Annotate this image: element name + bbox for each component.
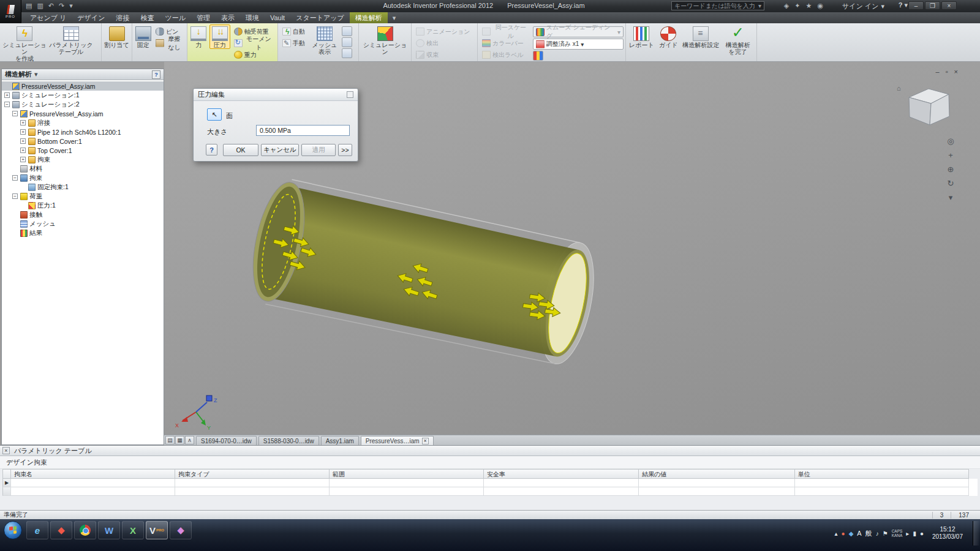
gravity-load-button[interactable]: 重力 — [232, 49, 276, 61]
search-input[interactable]: キーワードまたは語句を入力 ▾ — [671, 1, 764, 10]
minimize-button[interactable]: – — [908, 1, 924, 10]
tree-item[interactable]: −荷重 — [2, 192, 164, 201]
simulate-button[interactable]: シミュレーション — [361, 24, 409, 56]
color-bar-button[interactable]: カラーバー — [480, 37, 532, 49]
finish-analysis-button[interactable]: 構造解析 を完了 — [721, 24, 755, 56]
parametric-table-button[interactable]: パラメトリック テーブル — [48, 24, 94, 56]
tree-item[interactable]: 接触 — [2, 210, 164, 219]
ribbon-tab[interactable]: アセンブ リ — [24, 12, 72, 23]
volume-icon[interactable]: ▮ — [913, 530, 916, 537]
qat-dropdown-icon[interactable]: ▾ — [69, 2, 73, 10]
taskbar-clock[interactable]: 15:12 2013/03/07 — [927, 526, 968, 541]
ribbon-tab[interactable]: デザイン — [72, 12, 110, 23]
show-desktop-button[interactable] — [973, 521, 979, 545]
tree-expand-icon[interactable]: + — [20, 129, 26, 135]
table-cell[interactable] — [639, 479, 795, 487]
analysis-settings-button[interactable]: 構造解析設定 — [682, 24, 720, 49]
mesh-table-icon[interactable] — [342, 48, 352, 58]
animation-button[interactable]: アニメーション — [413, 26, 472, 37]
table-cell[interactable] — [11, 479, 175, 487]
save-icon[interactable]: ▥ — [37, 2, 43, 10]
redo-icon[interactable]: ↷ — [59, 2, 64, 10]
tree-item[interactable]: PressureVessel_Assy.iam — [2, 81, 164, 91]
home-icon[interactable]: ⌂ — [897, 84, 901, 92]
doc-close-icon[interactable]: × — [954, 68, 958, 75]
document-tab[interactable]: S1694-070-0…idw — [196, 436, 257, 445]
ribbon-tab[interactable]: 検査 — [135, 12, 159, 23]
frictionless-constraint-button[interactable]: 摩擦なし — [153, 37, 185, 49]
same-scale-button[interactable]: 同一スケール — [480, 26, 532, 37]
tree-expand-icon[interactable]: − — [12, 175, 18, 181]
expand-panel-icon[interactable]: ∧ — [185, 436, 194, 444]
tree-item[interactable]: 圧力:1 — [2, 201, 164, 210]
tree-expand-icon[interactable]: + — [20, 120, 26, 126]
taskbar-app-7[interactable]: ◆ — [170, 521, 192, 539]
tree-item[interactable]: +Pipe 12 inch Sch40s L1200:1 — [2, 127, 164, 137]
guide-button[interactable]: ガイド — [657, 24, 680, 49]
tree-item[interactable]: −シミュレーション:2 — [2, 100, 164, 109]
face-select-button[interactable]: ↖ — [207, 108, 222, 121]
tree-item[interactable]: −拘束 — [2, 173, 164, 182]
tree-expand-icon[interactable]: − — [12, 111, 18, 116]
tree-item[interactable]: メッシュ — [2, 219, 164, 228]
table-cell[interactable] — [795, 487, 969, 496]
close-panel-icon[interactable]: × — [2, 447, 10, 454]
manual-contact-button[interactable]: 手動 — [280, 37, 307, 49]
table-cell[interactable] — [639, 487, 795, 496]
create-simulation-button[interactable]: シミュレーション を作成 — [2, 24, 47, 62]
start-button[interactable] — [4, 521, 22, 539]
tree-expand-icon[interactable]: − — [4, 102, 10, 107]
local-mesh-icon[interactable] — [342, 37, 352, 47]
cancel-button[interactable]: キャンセル — [261, 144, 299, 156]
probe-labels-button[interactable]: 検出ラベル — [480, 49, 532, 61]
steering-wheel-icon[interactable]: ◎ — [946, 137, 956, 146]
table-cell[interactable] — [175, 479, 330, 487]
tree-expand-icon[interactable]: + — [20, 157, 26, 162]
tree-expand-icon[interactable]: + — [4, 92, 10, 98]
ribbon-display-toggle-icon[interactable]: ▾ — [388, 12, 401, 23]
ok-button[interactable]: OK — [223, 144, 258, 156]
tree-expand-icon[interactable]: + — [20, 138, 26, 144]
restore-button[interactable]: ❐ — [925, 1, 940, 10]
pressure-vessel-model[interactable] — [243, 175, 603, 370]
search-dropdown-icon[interactable]: ▾ — [758, 2, 761, 9]
ribbon-tab[interactable]: 環境 — [240, 12, 265, 23]
view-cube[interactable]: ⌂ — [897, 84, 949, 125]
assign-material-button[interactable]: 割り当て — [104, 24, 130, 49]
apply-button[interactable]: 適用 — [301, 144, 336, 156]
tray-tool-icon[interactable]: ♪ — [876, 530, 879, 537]
column-header[interactable]: 範囲 — [330, 469, 484, 479]
zoom-icon[interactable]: ⊕ — [946, 165, 956, 174]
minmax-display-icon[interactable] — [533, 51, 543, 61]
table-row[interactable] — [2, 487, 978, 496]
column-header[interactable]: 結果の値 — [639, 469, 795, 479]
tree-item[interactable]: +溶接 — [2, 118, 164, 127]
table-cell[interactable] — [484, 487, 639, 496]
tray-flag-icon[interactable]: ⚑ — [883, 530, 888, 537]
taskbar-app-2[interactable]: ◆ — [50, 521, 72, 539]
column-header[interactable]: 拘束名 — [11, 469, 175, 479]
model-view-icon[interactable]: ▤ — [165, 436, 175, 444]
doc-minimize-icon[interactable]: – — [936, 68, 940, 75]
column-header[interactable]: 拘束タイプ — [175, 469, 330, 479]
ime-language-indicator[interactable]: A — [857, 530, 861, 537]
tree-expand-icon[interactable]: + — [20, 148, 26, 153]
close-button[interactable]: × — [941, 1, 957, 10]
ribbon-tab[interactable]: Vault — [265, 12, 290, 23]
column-header[interactable]: 安全率 — [484, 469, 639, 479]
table-cell[interactable] — [330, 479, 484, 487]
magnitude-input[interactable]: 0.500 MPa — [256, 125, 350, 136]
ribbon-tab[interactable]: 表示 — [216, 12, 240, 23]
table-cell[interactable] — [795, 479, 969, 487]
document-tab[interactable]: PressureVess…iam× — [361, 436, 434, 445]
chevron-down-icon[interactable]: ▾ — [34, 70, 38, 78]
taskbar-app-internet-explorer[interactable]: e — [26, 521, 48, 539]
tree-item[interactable]: +シミュレーション:1 — [2, 91, 164, 100]
orbit-icon[interactable]: ↻ — [946, 179, 956, 188]
column-header[interactable]: 単位 — [795, 469, 969, 479]
exchange-icon[interactable]: ◈ — [784, 2, 789, 10]
moment-load-button[interactable]: モーメント — [232, 37, 276, 49]
doc-restore-icon[interactable]: ▫ — [946, 68, 948, 75]
ime-mode-indicator[interactable]: 般 — [865, 529, 872, 538]
convergence-button[interactable]: 収束 — [413, 49, 472, 61]
